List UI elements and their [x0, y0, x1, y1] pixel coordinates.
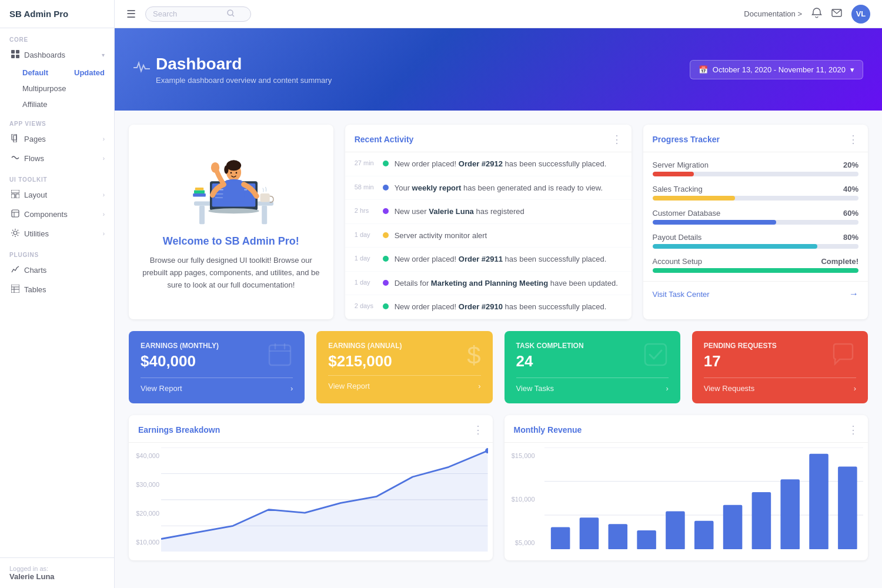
progress-tracker-menu[interactable]: ⋮ [848, 133, 858, 146]
charts-label: Charts [24, 266, 46, 275]
welcome-card: Welcome to SB Admin Pro! Browse our full… [129, 125, 333, 319]
logged-as-label: Logged in as: [9, 565, 105, 572]
progress-label: Account Setup [653, 257, 703, 266]
arrow-right-icon: › [854, 384, 856, 393]
bottom-charts-row: Earnings Breakdown ⋮ $40,000 $30,000 $20… [129, 415, 868, 560]
sidebar-item-layout[interactable]: Layout › [0, 185, 114, 205]
y-label: $30,000 [129, 481, 159, 488]
sidebar-item-tables[interactable]: Tables [0, 280, 114, 299]
stat-value: 17 [704, 352, 777, 370]
avatar[interactable]: VL [851, 5, 870, 24]
svg-point-17 [228, 10, 233, 15]
sidebar-item-components[interactable]: Components › [0, 205, 114, 224]
list-item: Sales Tracking 40% [653, 185, 859, 201]
y-label: $10,000 [505, 496, 535, 503]
calendar-icon: 📅 [699, 65, 708, 74]
dashboards-icon [11, 50, 19, 60]
stat-value: 24 [516, 352, 584, 370]
sidebar-item-multipurpose[interactable]: Multipurpose [0, 81, 114, 96]
tables-label: Tables [24, 285, 46, 294]
view-report-link[interactable]: View Report [328, 382, 370, 390]
progress-label: Sales Tracking [653, 185, 703, 193]
y-label: $20,000 [129, 510, 159, 517]
svg-rect-58 [637, 530, 656, 550]
stats-row: Earnings (Monthly) $40,000 View Report › [129, 331, 868, 403]
monthly-revenue-menu[interactable]: ⋮ [848, 423, 858, 436]
progress-percent: 80% [843, 233, 858, 242]
svg-rect-56 [579, 517, 599, 549]
sidebar-item-pages[interactable]: Pages › [0, 129, 114, 149]
welcome-title: Welcome to SB Admin Pro! [163, 235, 299, 248]
flows-chevron: › [103, 155, 105, 162]
stat-card-task-completion: Task Completion 24 View Tasks › [505, 331, 680, 403]
utilities-label: Utilities [24, 229, 49, 238]
logged-user-name: Valerie Luna [9, 572, 105, 581]
activity-dot [383, 256, 389, 262]
affiliate-label: Affiliate [22, 100, 47, 109]
earnings-breakdown-chart: $40,000 $30,000 $20,000 $10,000 [129, 443, 493, 560]
recent-activity-menu[interactable]: ⋮ [612, 133, 622, 146]
activity-time: 2 days [355, 302, 377, 309]
hero-banner: Dashboard Example dashboard overview and… [115, 28, 882, 111]
search-box[interactable] [145, 6, 251, 22]
svg-rect-1 [16, 50, 19, 54]
svg-rect-13 [11, 285, 19, 293]
stat-card-pending-requests: Pending Requests 17 View Requests › [692, 331, 868, 403]
svg-point-38 [235, 172, 237, 174]
view-tasks-link[interactable]: View Tasks [516, 384, 554, 393]
activity-text: Details for Marketing and Planning Meeti… [395, 278, 618, 289]
stat-label: Pending Requests [704, 342, 777, 350]
list-item: 27 min New order placed! Order #2912 has… [345, 152, 632, 176]
view-report-link[interactable]: View Report [141, 384, 182, 393]
charts-icon [11, 265, 19, 275]
svg-rect-55 [550, 527, 570, 549]
nav-right: Documentation > VL [744, 5, 870, 24]
mail-icon[interactable] [831, 9, 842, 19]
notification-icon[interactable] [811, 8, 822, 21]
svg-rect-62 [751, 492, 771, 549]
svg-rect-30 [193, 193, 206, 196]
updated-badge: Updated [74, 68, 105, 77]
earnings-breakdown-menu[interactable]: ⋮ [473, 423, 483, 436]
activity-dot [383, 208, 389, 214]
dashboards-chevron: ▾ [102, 52, 105, 58]
progress-label: Customer Database [653, 209, 721, 218]
documentation-link[interactable]: Documentation > [744, 9, 802, 18]
svg-rect-31 [194, 191, 205, 193]
list-item: 2 hrs New user Valerie Luna has register… [345, 200, 632, 224]
hamburger-icon[interactable]: ☰ [126, 8, 136, 21]
view-requests-link[interactable]: View Requests [704, 384, 754, 393]
y-label: $5,000 [505, 539, 535, 546]
components-label: Components [24, 210, 68, 219]
svg-rect-39 [269, 345, 290, 365]
stat-label: Earnings (Monthly) [141, 342, 219, 350]
activity-dot [383, 280, 389, 286]
sidebar-item-affiliate[interactable]: Affiliate [0, 96, 114, 112]
svg-rect-29 [260, 193, 269, 202]
svg-rect-9 [12, 210, 19, 217]
sidebar-item-default[interactable]: Default Updated [0, 65, 114, 81]
chevron-down-icon: ▾ [850, 65, 854, 74]
svg-rect-3 [16, 55, 19, 58]
list-item: 2 days New order placed! Order #2910 has… [345, 295, 632, 319]
list-item: Payout Details 80% [653, 233, 859, 249]
svg-point-37 [230, 172, 232, 174]
stat-value: $40,000 [141, 352, 219, 370]
svg-rect-60 [694, 520, 713, 549]
svg-rect-22 [262, 206, 267, 225]
sidebar-item-dashboards[interactable]: Dashboards ▾ [0, 45, 114, 65]
progress-label: Payout Details [653, 233, 702, 242]
list-item: 1 day Server activity monitor alert [345, 224, 632, 248]
date-range-picker[interactable]: 📅 October 13, 2020 - November 11, 2020 ▾ [690, 60, 863, 79]
search-input[interactable] [153, 9, 223, 18]
sidebar: SB Admin Pro CORE Dashboards ▾ Default U… [0, 0, 115, 588]
task-center-link[interactable]: Visit Task Center [653, 290, 710, 299]
sidebar-item-charts[interactable]: Charts [0, 260, 114, 280]
svg-rect-43 [645, 344, 666, 365]
activity-dot [383, 161, 389, 166]
search-icon [227, 9, 235, 19]
sidebar-item-utilities[interactable]: Utilities › [0, 224, 114, 243]
sidebar-item-flows[interactable]: Flows › [0, 149, 114, 168]
calendar-icon [267, 342, 293, 373]
svg-rect-32 [195, 188, 203, 191]
